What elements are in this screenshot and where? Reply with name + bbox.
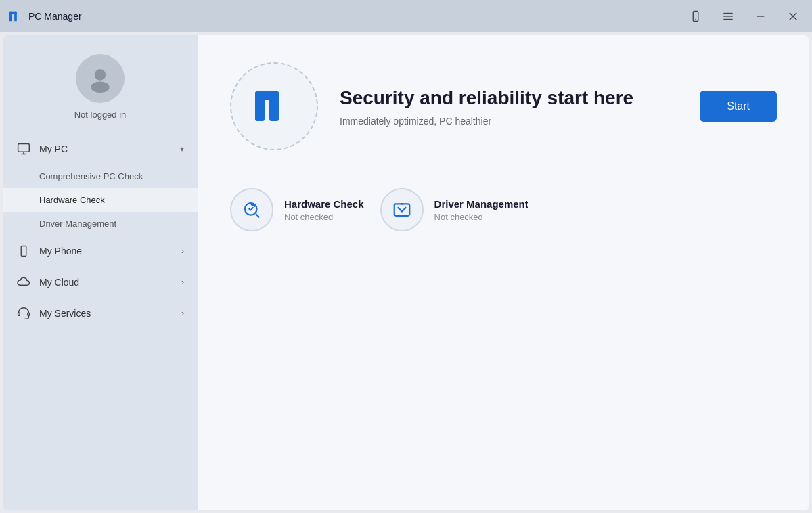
- driver-management-card-title: Driver Management: [434, 198, 528, 210]
- login-status[interactable]: Not logged in: [74, 110, 127, 120]
- hero-subtitle: Immediately optimized, PC healthier: [340, 116, 678, 127]
- my-phone-chevron: ›: [181, 246, 184, 256]
- svg-rect-13: [18, 144, 30, 152]
- driver-management-info: Driver Management Not checked: [434, 198, 528, 222]
- svg-rect-16: [21, 246, 26, 256]
- hero-logo-circle: [230, 62, 318, 150]
- sidebar-subitem-comprehensive-pc-check[interactable]: Comprehensive PC Check: [3, 164, 198, 188]
- sidebar-item-my-phone[interactable]: My Phone ›: [3, 236, 198, 267]
- hardware-check-card-status: Not checked: [284, 212, 364, 222]
- hardware-check-card-title: Hardware Check: [284, 198, 364, 210]
- svg-rect-2: [9, 12, 17, 14]
- hero-logo-inner: [250, 82, 298, 131]
- start-button[interactable]: Start: [700, 91, 777, 122]
- hero-title: Security and reliability start here: [340, 86, 678, 110]
- nav-section: My PC ▾ Comprehensive PC Check Hardware …: [3, 133, 198, 499]
- sidebar-item-my-services-label: My Services: [39, 308, 181, 319]
- driver-management-label: Driver Management: [39, 219, 116, 229]
- my-cloud-chevron: ›: [181, 277, 184, 287]
- driver-management-card[interactable]: Driver Management Not checked: [380, 183, 528, 237]
- main-content: Security and reliability start here Imme…: [198, 35, 809, 510]
- svg-point-17: [23, 254, 24, 254]
- hero-brand-icon: [250, 82, 298, 131]
- sidebar-item-my-pc[interactable]: My PC ▾: [3, 133, 198, 164]
- sidebar: Not logged in My PC ▾ Comprehensive PC C…: [3, 35, 198, 510]
- svg-rect-22: [255, 91, 279, 100]
- driver-management-card-status: Not checked: [434, 212, 528, 222]
- svg-rect-19: [28, 313, 30, 315]
- menu-icon[interactable]: [717, 5, 739, 27]
- my-pc-chevron: ▾: [180, 144, 184, 154]
- phone-icon[interactable]: [685, 5, 706, 27]
- avatar[interactable]: [76, 54, 125, 103]
- headset-icon: [16, 306, 31, 321]
- app-title: PC Manager: [28, 11, 82, 22]
- my-services-chevron: ›: [181, 309, 184, 318]
- sidebar-item-my-services[interactable]: My Services ›: [3, 298, 198, 329]
- hardware-check-icon: [242, 200, 262, 220]
- cards-row: Hardware Check Not checked Driver Manage…: [230, 183, 777, 237]
- svg-rect-18: [18, 313, 20, 315]
- svg-rect-24: [394, 204, 409, 216]
- svg-point-11: [95, 69, 106, 81]
- sidebar-item-my-pc-label: My PC: [39, 143, 180, 154]
- cloud-icon: [16, 275, 31, 290]
- sidebar-item-my-cloud[interactable]: My Cloud ›: [3, 267, 198, 298]
- app-body: Not logged in My PC ▾ Comprehensive PC C…: [3, 35, 809, 510]
- close-button[interactable]: [782, 5, 804, 27]
- app-logo-icon: [8, 9, 23, 24]
- sidebar-item-my-phone-label: My Phone: [39, 246, 181, 256]
- sidebar-subitem-driver-management[interactable]: Driver Management: [3, 212, 198, 236]
- window-controls: [685, 5, 804, 27]
- app-logo: PC Manager: [8, 9, 82, 24]
- hardware-check-label: Hardware Check: [39, 195, 105, 205]
- svg-point-4: [695, 19, 696, 20]
- monitor-icon: [16, 141, 31, 156]
- avatar-icon: [85, 64, 115, 93]
- svg-point-12: [91, 82, 110, 93]
- driver-management-icon-circle: [380, 188, 424, 231]
- minimize-button[interactable]: [750, 5, 771, 27]
- comprehensive-pc-check-label: Comprehensive PC Check: [39, 171, 143, 181]
- titlebar: PC Manager: [0, 0, 812, 32]
- hardware-check-icon-circle: [230, 188, 273, 231]
- hero-section: Security and reliability start here Imme…: [230, 62, 777, 150]
- hero-text: Security and reliability start here Imme…: [340, 86, 678, 127]
- phone-nav-icon: [16, 244, 31, 259]
- hardware-check-info: Hardware Check Not checked: [284, 198, 364, 222]
- sidebar-subitem-hardware-check[interactable]: Hardware Check: [3, 188, 198, 212]
- sidebar-item-my-cloud-label: My Cloud: [39, 277, 181, 288]
- user-area: Not logged in: [3, 35, 198, 133]
- hardware-check-card[interactable]: Hardware Check Not checked: [230, 183, 364, 237]
- driver-management-icon: [392, 200, 412, 220]
